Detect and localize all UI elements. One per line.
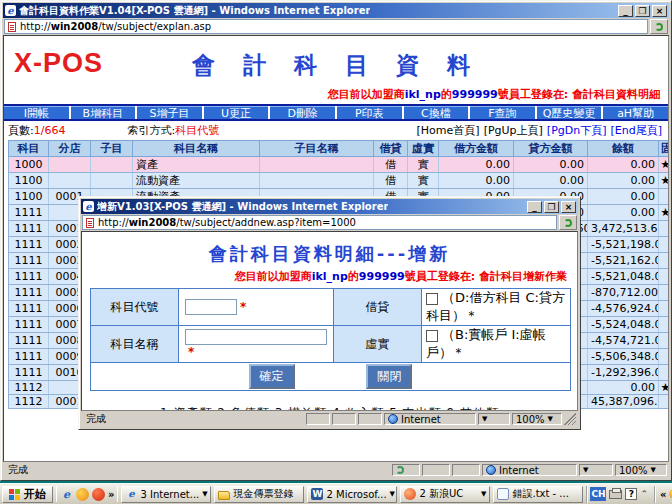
fixed-star [659, 237, 670, 253]
main-status-text: 完成 [5, 464, 390, 476]
popup-url: http://win2008/tw/subject/addnew.asp?ite… [98, 217, 356, 228]
task-button-icon [404, 488, 416, 500]
page-icon [86, 218, 94, 228]
page-nav-link[interactable]: [PgUp上頁] [484, 123, 543, 138]
popup-close-button[interactable]: × [561, 201, 576, 213]
start-button[interactable]: 开始 [2, 486, 53, 503]
popup-status-pane-1 [306, 413, 330, 425]
ok-button[interactable]: 確定 [249, 364, 295, 389]
vr-checkbox[interactable] [426, 330, 438, 342]
fixed-star [659, 221, 670, 237]
popup-login-status-line: 您目前以加盟商ikl_np的999999號員工登錄在: 會計科目增新作業 [82, 269, 567, 284]
table-row[interactable]: 1000 資產 借 實 0.00 0.00 0.00 ★ [9, 157, 670, 173]
name-input[interactable] [185, 329, 327, 345]
required-mark: * [188, 345, 194, 359]
menu-button[interactable]: Q歷史變更 [537, 106, 602, 119]
fixed-star [659, 301, 670, 317]
menu-bar: I開帳B增科目S增子目U更正D刪除P印表C換檔F查詢Q歷史變更aH幫助 [4, 104, 668, 121]
col-debit: 借方金額 [439, 141, 514, 157]
menu-button[interactable]: F查詢 [470, 106, 535, 119]
popup-protected-mode-dropdown[interactable]: ▼ [478, 413, 510, 425]
close-dialog-button[interactable]: 關閉 [366, 364, 412, 389]
page-nav-link[interactable]: [PgDn下頁] [547, 123, 607, 138]
taskbar-window-button[interactable]: 現金傳票登錄 [214, 486, 304, 503]
employee-number: 999999 [452, 88, 498, 101]
code-input[interactable] [185, 299, 237, 315]
popup-window: e 增新V1.03[X-POS 雲通網] - Windows Internet … [78, 196, 581, 430]
tray-collapse-chevron[interactable]: « [660, 489, 666, 500]
popup-refresh-button[interactable] [559, 215, 577, 230]
taskbar: 开始 e » e 3 Internet... ▼ 現金傳票登錄 W 2 Micr… [0, 483, 672, 504]
taskbar-window-button[interactable]: e 3 Internet... ▼ [121, 486, 211, 503]
main-titlebar[interactable]: e 會計科目資料作業V1.04[X-POS 雲通網] - Windows Int… [3, 3, 669, 18]
task-button-icon [218, 491, 230, 500]
current-module: 會計科目資料明細 [572, 88, 660, 101]
pager-row: 頁數: 1/664 索引方式: 科目代號 [Home首頁][PgUp上頁][Pg… [8, 123, 662, 138]
dc-checkbox[interactable] [426, 293, 438, 305]
taskbar-window-button[interactable]: 2 新浪UC ▼ [400, 486, 490, 503]
fixed-star: ★ [659, 205, 670, 221]
page-count-label: 頁數: [8, 123, 34, 138]
zoom-dropdown[interactable]: 100%▼ [615, 464, 667, 476]
tray-icons: CH ? ⌃ [586, 486, 651, 503]
taskbar-window-button[interactable]: W 2 Microsof... ▼ [307, 486, 397, 503]
fixed-star [659, 365, 670, 381]
task-button-icon: e [125, 488, 137, 500]
merchant-id: ikl_np [405, 88, 441, 101]
status-pane-1 [392, 464, 420, 476]
menu-button[interactable]: U更正 [204, 106, 269, 119]
restore-button[interactable]: ❐ [635, 5, 650, 17]
fixed-star: ★ [659, 157, 670, 173]
refresh-button[interactable] [650, 19, 668, 34]
menu-button[interactable]: S增子目 [137, 106, 202, 119]
menu-button[interactable]: D刪除 [270, 106, 335, 119]
popup-address-input[interactable]: http://win2008/tw/subject/addnew.asp?ite… [82, 215, 557, 230]
menu-button[interactable]: I開帳 [4, 106, 69, 119]
messenger-quicklaunch-icon[interactable] [76, 488, 89, 501]
tray-expand-chevron[interactable]: ⌃ [640, 489, 648, 499]
menu-button[interactable]: B增科目 [71, 106, 136, 119]
col-branch: 分店 [49, 141, 91, 157]
fixed-star: ★ [659, 381, 670, 395]
task-button-icon [497, 488, 509, 500]
protected-mode-dropdown[interactable]: ▼ [579, 464, 613, 476]
ie-quicklaunch-icon[interactable]: e [60, 488, 73, 501]
code-label: 科目代號 [91, 289, 179, 326]
col-fixed: 固 [659, 141, 670, 157]
minimize-button[interactable]: _ [618, 5, 633, 17]
menu-button[interactable]: aH幫助 [603, 106, 668, 119]
popup-statusbar: 完成 Internet ▼ 100%▼ [81, 411, 578, 427]
task-buttons: e 3 Internet... ▼ 現金傳票登錄 W 2 Microsof...… [121, 486, 583, 503]
popup-content: 會計科目資料明細---增新 您目前以加盟商ikl_np的999999號員工登錄在… [81, 231, 578, 411]
close-button[interactable]: × [652, 5, 667, 17]
menu-button[interactable]: P印表 [337, 106, 402, 119]
quicklaunch-overflow-chevron[interactable]: » [108, 489, 114, 500]
popup-titlebar[interactable]: e 增新V1.03[X-POS 雲通網] - Windows Internet … [81, 199, 578, 214]
menu-button[interactable]: C換檔 [404, 106, 469, 119]
popup-restore-button[interactable]: ❐ [544, 201, 559, 213]
taskbar-window-button[interactable]: 錯誤.txt - ... [493, 486, 583, 503]
index-mode-label: 索引方式: [127, 123, 175, 138]
main-address-input[interactable]: http://win2008/tw/subject/explan.asp [4, 19, 648, 34]
popup-minimize-button[interactable]: _ [527, 201, 542, 213]
addnew-form: 科目代號 * 借貸 （D:借方科目 C:貸方科目）＊ 科目名稱 * 虛實 （B:… [90, 288, 571, 391]
printer-icon[interactable] [609, 490, 622, 499]
main-url: http://win2008/tw/subject/explan.asp [20, 21, 211, 32]
page-nav-link[interactable]: [Home首頁] [417, 123, 480, 138]
dc-hint: （D:借方科目 C:貸方科目）＊ [426, 290, 565, 323]
help-icon[interactable]: ? [625, 488, 637, 500]
language-indicator[interactable]: CH [590, 487, 606, 501]
taskbar-separator [117, 486, 118, 502]
page-nav-link[interactable]: [End尾頁] [611, 123, 663, 138]
col-dc: 借貸 [374, 141, 408, 157]
name-label: 科目名稱 [91, 326, 179, 363]
table-row[interactable]: 1100 流動資產 借 實 0.00 0.00 0.00 ★ [9, 173, 670, 189]
page-icon [8, 22, 16, 32]
employee-number: 999999 [359, 270, 405, 283]
popup-zoom-dropdown[interactable]: 100%▼ [512, 413, 562, 425]
resize-grip[interactable] [564, 413, 576, 425]
qq-quicklaunch-icon[interactable] [92, 488, 105, 501]
ie-window-icon: e [83, 201, 94, 212]
refresh-icon [564, 219, 572, 227]
table-header-row: 科目 分店 子目 科目名稱 子目名稱 借貸 虛實 借方金額 貸方金額 餘額 固 [9, 141, 670, 157]
